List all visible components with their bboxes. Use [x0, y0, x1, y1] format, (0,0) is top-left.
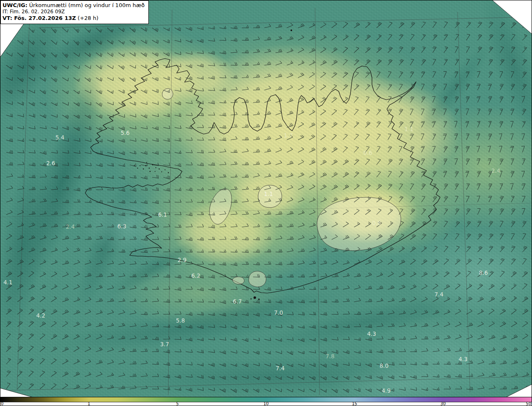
glacier-myrdalsjokull	[249, 271, 266, 287]
colorbar-tick-label: 30	[441, 402, 446, 406]
extrema-value-label: 0.8	[372, 220, 381, 226]
valid-time: VT: Fös. 27.02.2026 13Z	[2, 15, 76, 21]
extrema-value-label: 3.7	[160, 341, 169, 347]
extrema-value-label: 6.1	[158, 211, 167, 218]
colorbar-tick-label: 5	[176, 402, 179, 406]
lead-time: (+28 h)	[76, 15, 99, 21]
colorbar-tick-label: 1	[88, 402, 90, 406]
extrema-value-label: 2.4	[491, 167, 500, 174]
extrema-value-label: 0.6	[363, 149, 372, 156]
extrema-value-label: 8.0	[379, 362, 388, 369]
extrema-value-label: 1.7	[284, 132, 293, 139]
extrema-value-label: 2.6	[46, 160, 55, 166]
extrema-value-label: 6.7	[233, 298, 241, 305]
extrema-value-label: 4.2	[36, 312, 45, 319]
extrema-value-label: 5.6	[121, 130, 129, 136]
map-title: Úrkomumætti (mm) og vindur í 100m hæð	[27, 2, 145, 8]
extrema-value-label: 1.1	[264, 191, 273, 197]
model-id: UWC/IG:	[2, 2, 27, 8]
colorbar-tick-label: 10	[264, 402, 269, 406]
colorbar-tick-label: 0	[1, 402, 3, 406]
extrema-value-label: 5.4	[55, 134, 64, 141]
precipitation-wind-map: 5.45.62.61.71.10.62.41.16.16.32.40.82.96…	[0, 0, 532, 398]
extrema-value-label: 7.0	[274, 309, 283, 316]
extrema-value-label: 4.3	[367, 330, 376, 337]
title-box: UWC/IG: Úrkomumætti (mm) og vindur í 100…	[0, 0, 149, 24]
extrema-value-label: 4.3	[458, 356, 467, 362]
extrema-value-label: 2.4	[66, 223, 74, 230]
valid-time-line: VT: Fös. 27.02.2026 13Z (+28 h)	[2, 15, 145, 22]
extrema-value-label: 6.2	[191, 272, 200, 279]
init-time: IT: Fim. 26. 02. 2026 09Z	[2, 9, 145, 15]
weather-map-page: 5.45.62.61.71.10.62.41.16.16.32.40.82.96…	[0, 0, 532, 406]
colorbar-tick-label: 15	[352, 402, 357, 406]
extrema-value-label: 5.8	[176, 317, 185, 324]
extrema-value-label: 2.9	[177, 257, 186, 263]
extrema-value-label: 4.1	[3, 279, 12, 286]
extrema-value-label: 7.8	[325, 353, 334, 360]
extrema-value-label: 1.1	[404, 126, 413, 132]
extrema-value-label: 8.6	[479, 269, 488, 276]
extrema-value-label: 7.4	[276, 365, 284, 372]
extrema-value-label: 4.9	[382, 387, 390, 394]
map-title-line: UWC/IG: Úrkomumætti (mm) og vindur í 100…	[2, 2, 145, 9]
colorbar-tick-label: 50	[526, 402, 531, 406]
colorbar-ticks: 01510153050	[0, 402, 532, 406]
extrema-value-label: 6.3	[117, 223, 126, 230]
colorbar: 01510153050	[0, 397, 532, 406]
extrema-value-label: 7.4	[434, 291, 443, 298]
